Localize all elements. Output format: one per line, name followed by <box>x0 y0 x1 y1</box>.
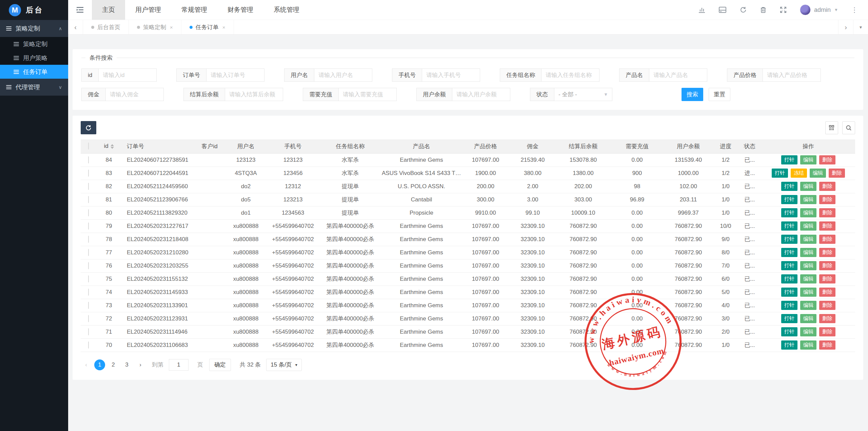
pagination-next-icon[interactable]: › <box>135 359 146 370</box>
edit-button[interactable]: 编辑 <box>800 301 816 310</box>
goto-page-input[interactable] <box>169 359 189 371</box>
inject-button[interactable]: 打针 <box>781 340 797 350</box>
tab-策略定制[interactable]: 策略定制× <box>129 20 181 34</box>
user-menu[interactable]: admin ▼ <box>800 4 838 15</box>
freeze-button[interactable]: 冻结 <box>791 169 807 178</box>
tabs-scroll-left-icon[interactable]: ‹ <box>68 20 83 34</box>
row-checkbox[interactable] <box>88 156 89 163</box>
row-checkbox[interactable] <box>88 315 89 322</box>
field-input-佣金[interactable] <box>105 88 164 101</box>
sidebar-section-代理管理[interactable]: 代理管理∨ <box>0 79 68 96</box>
sidebar-section-策略定制[interactable]: 策略定制∧ <box>0 20 68 37</box>
reset-button[interactable]: 重置 <box>709 88 730 101</box>
edit-button[interactable]: 编辑 <box>800 155 816 164</box>
inject-button[interactable]: 打针 <box>781 327 797 336</box>
field-input-任务组名称[interactable] <box>541 68 599 82</box>
sidebar-toggle-icon[interactable] <box>68 6 92 13</box>
inject-button[interactable]: 打针 <box>781 208 797 217</box>
inject-button[interactable]: 打针 <box>781 248 797 257</box>
field-input-id[interactable] <box>98 68 157 82</box>
delete-button[interactable]: 删除 <box>819 195 835 204</box>
table-refresh-button[interactable] <box>81 121 96 134</box>
inject-button[interactable]: 打针 <box>781 182 797 191</box>
more-vert-icon[interactable]: ⋮ <box>851 6 858 14</box>
delete-button[interactable]: 删除 <box>819 288 835 297</box>
row-checkbox[interactable] <box>88 262 89 269</box>
sidebar-item-用户策略[interactable]: 用户策略 <box>0 51 68 65</box>
delete-button[interactable]: 删除 <box>819 208 835 217</box>
edit-button[interactable]: 编辑 <box>800 261 816 270</box>
topnav-item-用户管理[interactable]: 用户管理 <box>125 0 171 20</box>
row-checkbox[interactable] <box>88 196 89 203</box>
edit-button[interactable]: 编辑 <box>800 182 816 191</box>
chart-icon[interactable] <box>698 6 706 14</box>
delete-button[interactable]: 删除 <box>819 301 835 310</box>
tab-任务订单[interactable]: 任务订单× <box>181 20 234 34</box>
sort-asc-icon[interactable] <box>111 144 114 146</box>
edit-button[interactable]: 编辑 <box>800 288 816 297</box>
sidebar-item-策略定制[interactable]: 策略定制 <box>0 37 68 51</box>
pagination-page-1[interactable]: 1 <box>94 359 105 370</box>
panel-icon[interactable] <box>718 6 727 13</box>
delete-button[interactable]: 删除 <box>819 314 835 323</box>
row-checkbox[interactable] <box>88 222 89 230</box>
edit-button[interactable]: 编辑 <box>800 314 816 323</box>
edit-button[interactable]: 编辑 <box>800 195 816 204</box>
sort-icons[interactable] <box>111 144 114 149</box>
field-input-产品价格[interactable] <box>763 68 821 82</box>
delete-button[interactable]: 删除 <box>829 169 845 178</box>
row-checkbox[interactable] <box>88 236 89 243</box>
row-checkbox[interactable] <box>88 289 89 296</box>
delete-button[interactable]: 删除 <box>819 221 835 231</box>
edit-button[interactable]: 编辑 <box>800 235 816 244</box>
pagination-page-3[interactable]: 3 <box>121 359 132 370</box>
delete-button[interactable]: 删除 <box>819 155 835 164</box>
row-checkbox[interactable] <box>88 249 89 256</box>
table-search-button[interactable] <box>842 121 855 134</box>
sidebar-item-任务订单[interactable]: 任务订单 <box>0 65 68 79</box>
delete-button[interactable]: 删除 <box>819 261 835 270</box>
pagination-prev-icon[interactable]: ‹ <box>81 359 92 370</box>
close-icon[interactable]: × <box>170 24 173 30</box>
row-checkbox[interactable] <box>88 183 89 190</box>
pagination-page-2[interactable]: 2 <box>108 359 119 370</box>
row-checkbox[interactable] <box>88 209 89 216</box>
row-checkbox[interactable] <box>88 275 89 282</box>
refresh-icon[interactable] <box>739 6 747 14</box>
edit-button[interactable]: 编辑 <box>800 221 816 231</box>
delete-button[interactable]: 删除 <box>819 340 835 350</box>
topnav-item-财务管理[interactable]: 财务管理 <box>217 0 263 20</box>
inject-button[interactable]: 打针 <box>772 169 788 178</box>
edit-button[interactable]: 编辑 <box>800 208 816 217</box>
inject-button[interactable]: 打针 <box>781 274 797 283</box>
tab-后台首页[interactable]: 后台首页 <box>83 20 129 34</box>
field-input-手机号[interactable] <box>422 68 480 82</box>
search-button[interactable]: 搜索 <box>682 88 703 101</box>
field-input-需要充值[interactable] <box>338 88 397 101</box>
field-input-产品名[interactable] <box>649 68 707 82</box>
edit-button[interactable]: 编辑 <box>800 327 816 336</box>
inject-button[interactable]: 打针 <box>781 221 797 231</box>
edit-button[interactable]: 编辑 <box>800 274 816 283</box>
field-input-用户余额[interactable] <box>452 88 510 101</box>
delete-button[interactable]: 删除 <box>819 248 835 257</box>
row-checkbox[interactable] <box>88 341 89 349</box>
inject-button[interactable]: 打针 <box>781 195 797 204</box>
select-all-checkbox[interactable] <box>88 142 89 150</box>
delete-button[interactable]: 删除 <box>819 182 835 191</box>
inject-button[interactable]: 打针 <box>781 301 797 310</box>
row-checkbox[interactable] <box>88 328 89 335</box>
edit-button[interactable]: 编辑 <box>810 169 826 178</box>
inject-button[interactable]: 打针 <box>781 235 797 244</box>
columns-filter-button[interactable] <box>825 121 838 134</box>
delete-button[interactable]: 删除 <box>819 235 835 244</box>
tabs-scroll-right-icon[interactable]: › <box>838 20 853 34</box>
topnav-item-常规管理[interactable]: 常规管理 <box>171 0 217 20</box>
inject-button[interactable]: 打针 <box>781 288 797 297</box>
trash-icon[interactable] <box>760 6 767 14</box>
sort-desc-icon[interactable] <box>111 147 114 149</box>
inject-button[interactable]: 打针 <box>781 314 797 323</box>
status-select[interactable]: - 全部 -▼ <box>554 88 612 101</box>
field-input-订单号[interactable] <box>206 68 264 82</box>
field-input-结算后余额[interactable] <box>225 88 283 101</box>
